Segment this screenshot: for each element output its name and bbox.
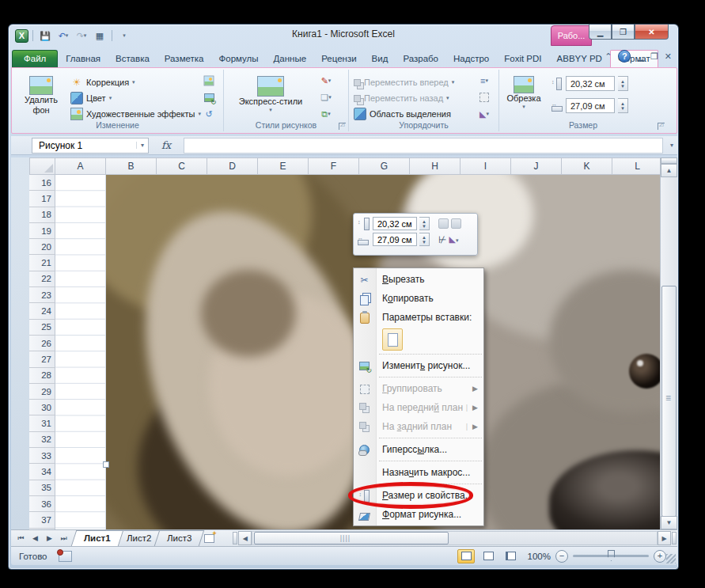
picture-border-icon[interactable]: ✎▾: [317, 73, 335, 89]
vertical-scrollbar[interactable]: ▲ ▼: [660, 157, 677, 529]
float-height-spinner[interactable]: ▲▼: [419, 217, 430, 230]
width-spinner[interactable]: ▲▼: [618, 98, 628, 113]
menu-item-group[interactable]: Группировать▶: [354, 379, 483, 398]
column-header-I[interactable]: I: [461, 157, 511, 175]
shape-height-input[interactable]: 20,32 см: [566, 76, 615, 91]
help-icon[interactable]: ?: [618, 50, 631, 63]
float-height-input[interactable]: 20,32 см: [373, 217, 417, 230]
sheet-tab-лист3[interactable]: Лист3: [154, 530, 205, 546]
row-header-25[interactable]: 25: [29, 320, 55, 336]
ribbon-tab-вставка[interactable]: Вставка: [108, 51, 157, 67]
scroll-down-icon[interactable]: ▼: [661, 516, 677, 529]
column-header-F[interactable]: F: [309, 157, 359, 175]
column-header-J[interactable]: J: [511, 157, 562, 175]
split-box[interactable]: [672, 532, 677, 544]
workbook-close-icon[interactable]: ✕: [665, 51, 672, 62]
next-sheet-icon[interactable]: ▶: [43, 534, 56, 542]
row-header-37[interactable]: 37: [29, 512, 55, 528]
send-backward-icon[interactable]: [451, 218, 461, 229]
ribbon-tab-формулы[interactable]: Формулы: [212, 51, 266, 67]
vertical-scroll-thumb[interactable]: [661, 286, 677, 517]
column-header-C[interactable]: C: [157, 157, 207, 175]
crop-button[interactable]: Обрезка▾: [501, 73, 547, 119]
contextual-tab-group-label[interactable]: Рабо...: [551, 25, 592, 46]
zoom-slider-thumb[interactable]: [608, 550, 615, 561]
horizontal-scrollbar[interactable]: ◀ ▶: [232, 530, 677, 546]
change-picture-icon[interactable]: [200, 89, 218, 105]
color-button[interactable]: Цвет▾: [70, 90, 201, 106]
select-all-corner[interactable]: [29, 157, 55, 175]
window-resize-grip[interactable]: [666, 554, 676, 563]
insert-function-icon[interactable]: fx: [161, 139, 171, 151]
bring-forward-icon[interactable]: [438, 218, 449, 229]
remove-background-button[interactable]: Удалить фон: [17, 73, 66, 119]
compress-picture-icon[interactable]: [200, 73, 218, 89]
picture-resize-handle[interactable]: [103, 461, 109, 468]
column-header-A[interactable]: A: [55, 157, 106, 175]
column-header-E[interactable]: E: [258, 157, 309, 175]
formula-input[interactable]: [184, 138, 663, 154]
ribbon-tab-надстро[interactable]: Надстро: [446, 51, 496, 67]
row-header-32[interactable]: 32: [29, 432, 55, 448]
row-header-35[interactable]: 35: [29, 480, 55, 496]
row-header-16[interactable]: 16: [29, 175, 55, 191]
row-header-29[interactable]: 29: [29, 384, 55, 400]
picture-layout-icon[interactable]: ⧉▾: [317, 106, 335, 122]
prev-sheet-icon[interactable]: ◀: [28, 534, 42, 542]
scroll-left-icon[interactable]: ◀: [238, 531, 252, 545]
split-box[interactable]: [661, 157, 677, 164]
row-header-19[interactable]: 19: [29, 223, 55, 239]
ribbon-tab-вид[interactable]: Вид: [365, 51, 396, 67]
zoom-slider[interactable]: [573, 555, 649, 557]
menu-item-format-picture[interactable]: Формат рисунка...: [354, 505, 483, 524]
reset-picture-icon[interactable]: ↺: [200, 106, 218, 122]
row-header-27[interactable]: 27: [29, 351, 55, 367]
menu-item-cut[interactable]: ✂Вырезать: [354, 270, 483, 289]
scroll-right-icon[interactable]: ▶: [658, 531, 671, 545]
workbook-restore-icon[interactable]: ❐: [650, 51, 658, 62]
row-header-21[interactable]: 21: [29, 255, 55, 271]
zoom-in-icon[interactable]: +: [654, 550, 666, 563]
bring-forward-button[interactable]: Переместить вперед▾: [354, 74, 454, 90]
row-header-34[interactable]: 34: [29, 464, 55, 480]
picture-effects-icon[interactable]: ❏▾: [317, 89, 335, 105]
horizontal-scroll-track[interactable]: [252, 531, 658, 545]
send-backward-button[interactable]: Переместить назад▾: [354, 90, 454, 106]
menu-item-hyperlink[interactable]: Гиперссылка...: [354, 440, 483, 459]
tab-split-handle[interactable]: [233, 532, 237, 544]
row-header-22[interactable]: 22: [29, 271, 55, 287]
column-header-K[interactable]: K: [562, 157, 612, 175]
column-header-H[interactable]: H: [410, 157, 461, 175]
selection-pane-button[interactable]: Область выделения: [354, 106, 454, 122]
minimize-button[interactable]: ▁: [589, 25, 612, 40]
column-header-D[interactable]: D: [207, 157, 258, 175]
row-header-26[interactable]: 26: [29, 336, 55, 351]
artistic-effects-button[interactable]: Художественные эффекты▾: [70, 106, 201, 122]
paste-picture-icon[interactable]: [382, 328, 403, 351]
row-header-33[interactable]: 33: [29, 448, 55, 464]
crop-icon[interactable]: ⊬: [438, 234, 446, 245]
row-header-17[interactable]: 17: [29, 191, 55, 207]
workbook-minimize-icon[interactable]: ▁: [637, 51, 643, 62]
view-normal-button[interactable]: [457, 549, 475, 563]
collapse-ribbon-icon[interactable]: ⌃: [605, 51, 612, 62]
record-macro-icon[interactable]: [59, 551, 72, 562]
name-box[interactable]: Рисунок 1 ▾: [32, 138, 149, 154]
float-width-spinner[interactable]: ▲▼: [419, 233, 430, 246]
row-header-24[interactable]: 24: [29, 303, 55, 319]
float-width-input[interactable]: 27,09 см: [373, 233, 417, 246]
sheet-tab-лист1[interactable]: Лист1: [71, 530, 123, 546]
row-header-28[interactable]: 28: [29, 368, 55, 384]
horizontal-scroll-thumb[interactable]: [254, 532, 449, 544]
correction-button[interactable]: ☀ Коррекция▾: [70, 74, 201, 90]
rotate-icon[interactable]: ◣▾: [449, 234, 458, 245]
ribbon-tab-главная[interactable]: Главная: [59, 51, 108, 67]
menu-item-bring-to-front[interactable]: На передний план|▶: [354, 398, 483, 417]
row-header-18[interactable]: 18: [29, 207, 55, 223]
quick-styles-button[interactable]: Экспресс-стили▾: [237, 73, 305, 119]
title-bar[interactable]: X 💾 ↶▾ ↷▾ ▦ ▾ Книга1 - Microsoft Excel Р…: [9, 25, 678, 47]
restore-button[interactable]: ❐: [612, 25, 635, 40]
group-objects-icon[interactable]: [476, 89, 493, 105]
row-header-20[interactable]: 20: [29, 239, 55, 255]
expand-formula-bar-icon[interactable]: ▾: [666, 138, 677, 154]
